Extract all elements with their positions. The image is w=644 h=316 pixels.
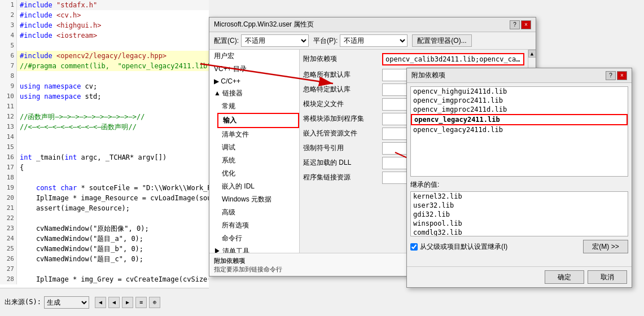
line-num-6: 6	[0, 51, 17, 61]
tree-item-input[interactable]: 输入	[217, 113, 299, 128]
line-num-24: 24	[0, 234, 17, 244]
code-editor: 1 #include "stdafx.h" 2 #include <cv.h> …	[0, 0, 209, 288]
line-7: //#pragma comment(lib, "opencv_legacy241…	[17, 61, 209, 71]
line-1: #include "stdafx.h"	[17, 0, 97, 10]
line-28: IplImage * img_Grey = cvCreateImage(cvSi…	[17, 274, 209, 284]
additional-deps-question-btn[interactable]: ?	[606, 71, 616, 80]
properties-tree-panel: 用户宏 VC++ 目录 ▶ C/C++ ▲ 链接器 常规 输入 清单文件 调试 …	[209, 50, 300, 253]
lib-item-legacyd[interactable]: opencv_legacy2411d.lib	[411, 125, 628, 134]
properties-dialog-close-btn[interactable]: ×	[521, 20, 531, 29]
line-13: //<—<—<—<—<—<—<—<—<—函数声明//	[17, 122, 137, 132]
line-num-20: 20	[0, 193, 17, 203]
line-23: cvNamedWindow("原始图像", 0);	[17, 223, 149, 234]
line-15	[17, 142, 24, 152]
additional-deps-close-btn[interactable]: ×	[617, 71, 627, 80]
tree-item-all-options[interactable]: 所有选项	[217, 219, 299, 232]
line-num-1: 1	[0, 0, 17, 10]
tree-item-optimize[interactable]: 优化	[217, 167, 299, 180]
libs-list[interactable]: opencv_highgui2411d.lib opencv_imgproc24…	[410, 86, 628, 177]
tree-item-general[interactable]: 常规	[217, 100, 299, 113]
line-19: const char * soutceFile = "D:\\Work\\Wor…	[17, 183, 209, 193]
line-16: int _tmain(int argc, _TCHAR* argv[])	[17, 152, 167, 163]
line-num-25: 25	[0, 244, 17, 254]
toolbar-btn-1[interactable]: ◀	[95, 297, 106, 308]
lib-item-legacy[interactable]: opencv_legacy2411.lib	[411, 114, 628, 125]
line-num-16: 16	[0, 152, 17, 163]
platform-label: 平台(P):	[313, 36, 338, 46]
line-num-11: 11	[0, 102, 17, 112]
ignore-all-libs-label: 忽略所有默认库	[303, 69, 382, 80]
line-num-17: 17	[0, 163, 17, 173]
line-num-21: 21	[0, 203, 17, 213]
line-num-27: 27	[0, 264, 17, 274]
add-module-label: 将模块添加到程序集	[303, 113, 382, 124]
line-num-10: 10	[0, 91, 17, 102]
inherit-checkbox[interactable]	[410, 243, 418, 251]
line-20: IplImage * image_Resource = cvLoadImage(…	[17, 193, 209, 203]
line-2: #include <cv.h>	[17, 10, 81, 20]
tree-item-advanced[interactable]: 高级	[217, 206, 299, 219]
additional-deps-value[interactable]: opencv_calib3d2411.lib;opencv_calib3d241…	[382, 53, 524, 65]
line-num-14: 14	[0, 132, 17, 142]
line-8	[17, 71, 24, 81]
line-num-4: 4	[0, 30, 17, 41]
line-num-3: 3	[0, 20, 17, 30]
tree-item-user-macros[interactable]: 用户宏	[209, 50, 299, 63]
config-manager-btn[interactable]: 配置管理器(O)...	[412, 34, 471, 47]
line-25: cvNamedWindow("题目_b", 0);	[17, 244, 143, 254]
toolbar-btn-4[interactable]: ≡	[135, 297, 147, 308]
toolbar-btn-2[interactable]: ◀	[108, 297, 120, 308]
tree-item-vc-dirs[interactable]: VC++ 目录	[209, 63, 299, 76]
line-12: //函数声明—>—>—>—>—>—>—>—>—>—>//	[17, 112, 144, 122]
tree-item-debug[interactable]: 调试	[217, 141, 299, 154]
line-num-2: 2	[0, 10, 17, 20]
line-21: assert(image_Resource);	[17, 203, 130, 213]
additional-deps-dialog: 附加依赖项 ? × opencv_highgui2411d.lib opencv…	[406, 68, 632, 288]
line-27	[17, 264, 24, 274]
line-num-22: 22	[0, 213, 17, 223]
lib-item-highgui[interactable]: opencv_highgui2411d.lib	[411, 87, 628, 96]
additional-deps-label: 附加依赖项	[303, 53, 382, 64]
tree-item-manifest[interactable]: 清单文件	[217, 128, 299, 141]
inherited-user32: user32.lib	[411, 201, 628, 210]
line-num-7: 7	[0, 61, 17, 71]
delay-load-label: 延迟加载的 DLL	[303, 157, 382, 168]
line-num-26: 26	[0, 254, 17, 264]
inherit-checkbox-label: 从父级或项目默认设置继承(I)	[420, 242, 507, 252]
platform-select[interactable]: 不适用	[340, 34, 408, 47]
tree-item-system[interactable]: 系统	[217, 154, 299, 167]
line-num-28: 28	[0, 274, 17, 284]
line-11	[17, 102, 24, 112]
line-9: using namespace cv;	[17, 81, 97, 91]
ok-btn[interactable]: 确定	[545, 270, 584, 284]
line-num-8: 8	[0, 71, 17, 81]
cancel-btn[interactable]: 取消	[588, 270, 627, 284]
properties-dialog-title: Microsoft.Cpp.Win32.user 属性页	[214, 20, 314, 29]
toolbar-btn-3[interactable]: ▶	[122, 297, 133, 308]
toolbar-btn-5[interactable]: ⊕	[149, 297, 160, 308]
properties-dialog-question-btn[interactable]: ?	[510, 20, 520, 29]
line-num-19: 19	[0, 183, 17, 193]
config-select[interactable]: 不适用	[241, 34, 309, 47]
lib-item-imgprocd[interactable]: opencv_imgproc2411d.lib	[411, 105, 628, 114]
tree-item-linker[interactable]: ▲ 链接器	[209, 87, 299, 100]
lib-item-imgproc[interactable]: opencv_imgproc2411.lib	[411, 96, 628, 105]
tree-item-embedded-idl[interactable]: 嵌入的 IDL	[217, 180, 299, 193]
config-label: 配置(C):	[214, 36, 239, 46]
scroll-up-arrow[interactable]: ▲	[528, 50, 536, 58]
output-source-select[interactable]: 生成	[44, 296, 89, 309]
inherited-kernel32: kernel32.lib	[411, 192, 628, 201]
line-num-23: 23	[0, 223, 17, 234]
tree-item-windows-meta[interactable]: Windows 元数据	[217, 193, 299, 206]
additional-deps-buttons: 确定 取消	[407, 266, 632, 287]
tree-item-cpp[interactable]: ▶ C/C++	[209, 76, 299, 87]
line-num-15: 15	[0, 142, 17, 152]
macro-btn[interactable]: 宏(M) >>	[583, 240, 628, 253]
additional-deps-body: opencv_highgui2411d.lib opencv_imgproc24…	[407, 83, 632, 266]
tree-item-cmdline[interactable]: 命令行	[217, 232, 299, 245]
line-num-18: 18	[0, 173, 17, 183]
line-num-9: 9	[0, 81, 17, 91]
force-symbol-label: 强制符号引用	[303, 142, 382, 153]
tree-item-manifest-tool[interactable]: ▶ 清单工具	[209, 245, 299, 253]
line-num-12: 12	[0, 112, 17, 122]
